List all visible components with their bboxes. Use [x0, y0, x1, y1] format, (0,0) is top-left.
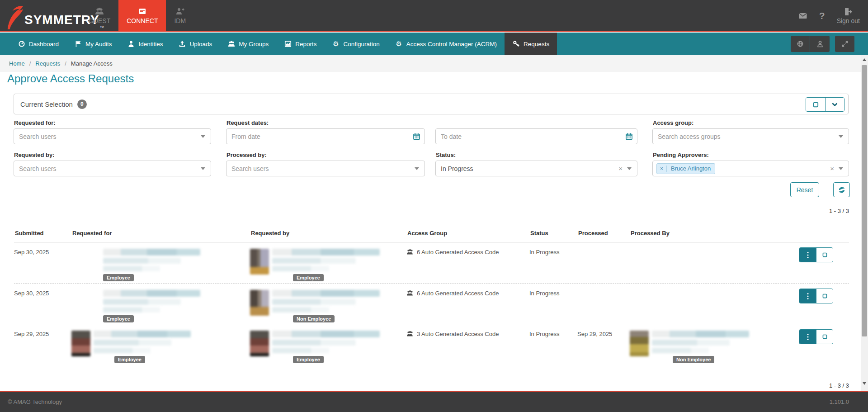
app-switcher: GUEST CONNECT IDM [80, 0, 194, 32]
processed-by-select[interactable]: Search users [226, 161, 425, 176]
cell-requested-by: Employee [250, 249, 406, 283]
to-date-calendar-button[interactable] [625, 133, 633, 140]
avatar [630, 331, 649, 356]
row-actions [799, 329, 833, 344]
col-submitted: Submitted [14, 230, 71, 237]
breadcrumb-requests[interactable]: Requests [35, 60, 60, 67]
requested-for-select[interactable]: Search users [14, 128, 211, 144]
to-date-field[interactable] [435, 128, 637, 144]
vertical-scrollbar [861, 55, 868, 391]
from-date-input[interactable] [231, 133, 413, 140]
access-group-select[interactable]: Search access groups [652, 128, 849, 144]
cell-requested-by: Non Employee [250, 290, 406, 324]
cell-requested-by: Employee [250, 331, 406, 365]
nav-item-requests[interactable]: Requests [505, 33, 557, 55]
status-clear-icon[interactable]: × [618, 165, 623, 172]
requested-by-placeholder: Search users [19, 165, 201, 172]
col-requested-for: Requested for [71, 230, 250, 237]
redacted-name [272, 331, 380, 355]
nav-item-acrm[interactable]: ⚙ Access Control Manager (ACRM) [387, 33, 505, 55]
from-date-calendar-button[interactable] [413, 133, 420, 140]
table-row[interactable]: Sep 30, 2025 Employee Non Employee 6 Aut… [14, 283, 849, 324]
sign-out-icon [844, 8, 853, 16]
nav-item-identities[interactable]: Identities [120, 33, 171, 55]
fullscreen-button[interactable] [835, 36, 854, 52]
col-processed-by: Processed By [630, 230, 789, 237]
kebab-menu-icon [807, 293, 809, 300]
group-icon [406, 290, 414, 296]
refresh-icon [838, 186, 845, 194]
status-label: Status: [436, 152, 456, 158]
cell-processed-by: Non Employee [630, 331, 789, 365]
scrollbar-down-arrow[interactable] [861, 380, 868, 387]
person-icon [127, 40, 135, 48]
employee-badge: Non Employee [293, 315, 335, 322]
sign-out-button[interactable]: Sign out [837, 8, 860, 24]
app-tab-connect[interactable]: CONNECT [118, 0, 166, 32]
reset-button[interactable]: Reset [790, 182, 819, 197]
access-group-name: 6 Auto Generated Access Code [417, 249, 499, 256]
nav-label: My Audits [85, 41, 112, 47]
nav-items: Dashboard My Audits Identities Uploads M… [0, 33, 868, 55]
avatar [71, 331, 90, 356]
breadcrumb-home[interactable]: Home [9, 60, 25, 67]
eagle-logo-icon [5, 5, 24, 30]
messages-button[interactable] [798, 12, 807, 20]
caret-down-icon [201, 135, 205, 138]
group-icon [406, 331, 414, 337]
caret-down-icon [415, 167, 419, 170]
row-menu-button[interactable] [799, 330, 816, 344]
globe-button[interactable] [791, 36, 810, 52]
checkbox-icon [812, 101, 819, 108]
nav-item-my-audits[interactable]: My Audits [66, 33, 120, 55]
employee-badge: Employee [293, 274, 324, 281]
page-title: Approve Access Requests [7, 72, 134, 85]
row-menu-button[interactable] [799, 248, 816, 262]
pending-approvers-select[interactable]: × Bruce Arlington × [652, 161, 849, 176]
redacted-name [103, 290, 200, 315]
app-tab-idm[interactable]: IDM [166, 0, 194, 32]
table-row[interactable]: Sep 29, 2025 Employee Employee 3 Auto Ge… [14, 324, 849, 365]
scrollbar-thumb[interactable] [862, 65, 867, 336]
row-menu-button[interactable] [799, 289, 816, 303]
users-icon [94, 7, 104, 15]
user-button[interactable] [810, 36, 830, 52]
footer: © AMAG Technology 1.101.0 [0, 391, 868, 412]
row-select-button[interactable] [816, 330, 833, 344]
pending-approvers-clear-icon[interactable]: × [830, 165, 834, 172]
nav-item-dashboard[interactable]: Dashboard [10, 33, 66, 55]
from-date-field[interactable] [226, 128, 425, 144]
to-date-input[interactable] [441, 133, 625, 140]
breadcrumb-current: Manage Access [71, 60, 113, 67]
selection-expand-button[interactable] [825, 98, 844, 111]
help-icon: ? [819, 10, 825, 21]
app-tab-guest[interactable]: GUEST [80, 0, 118, 32]
refresh-button[interactable] [833, 182, 850, 197]
cell-processed [577, 290, 630, 324]
flag-icon [74, 40, 82, 48]
help-button[interactable]: ? [819, 10, 825, 21]
row-select-button[interactable] [816, 289, 833, 303]
nav-item-my-groups[interactable]: My Groups [220, 33, 276, 55]
requested-by-select[interactable]: Search users [14, 161, 211, 176]
status-select[interactable]: In Progress × [435, 161, 637, 176]
cell-processed-by [630, 249, 789, 283]
table-row[interactable]: Sep 30, 2025 Employee Employee 6 Auto Ge… [14, 242, 849, 283]
group-icon [406, 249, 414, 255]
scrollbar-up-arrow[interactable] [861, 56, 868, 63]
requested-for-label: Requested for: [14, 119, 56, 126]
col-requested-by: Requested by [250, 230, 406, 237]
nav-item-uploads[interactable]: Uploads [171, 33, 220, 55]
cell-processed [577, 249, 630, 283]
nav-item-configuration[interactable]: ⚙ Configuration [324, 33, 387, 55]
cell-requested-for: Employee [71, 249, 250, 283]
select-all-button[interactable] [806, 98, 825, 111]
chevron-down-icon [831, 101, 838, 108]
cell-submitted: Sep 30, 2025 [14, 290, 71, 324]
nav-item-reports[interactable]: Reports [276, 33, 324, 55]
col-status: Status [529, 230, 577, 237]
chip-remove-icon[interactable]: × [657, 166, 667, 172]
user-icon [816, 40, 824, 47]
row-select-button[interactable] [816, 248, 833, 262]
non-employee-badge: Non Employee [673, 356, 714, 363]
